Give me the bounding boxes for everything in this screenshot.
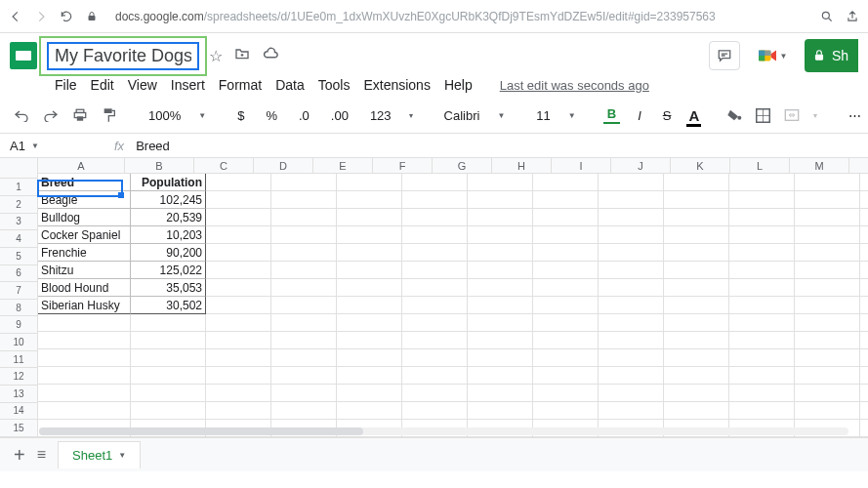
- cell-K2[interactable]: [729, 191, 795, 209]
- cell-F1[interactable]: [402, 174, 468, 191]
- cell-C5[interactable]: [206, 244, 271, 262]
- cell-E14[interactable]: [337, 402, 402, 420]
- cell-I6[interactable]: [599, 262, 664, 279]
- more-tools[interactable]: ⋯: [845, 108, 865, 123]
- cell-F13[interactable]: [402, 385, 468, 402]
- cell-A14[interactable]: [38, 402, 131, 420]
- cell-H1[interactable]: [533, 174, 599, 191]
- cell-E3[interactable]: [337, 209, 402, 226]
- font-select[interactable]: Calibri: [440, 108, 484, 123]
- borders-button[interactable]: [756, 106, 770, 124]
- cell-H8[interactable]: [533, 297, 599, 314]
- cell-F12[interactable]: [402, 367, 468, 385]
- cell-H10[interactable]: [533, 332, 599, 349]
- cell-C14[interactable]: [206, 402, 271, 420]
- cell-K11[interactable]: [729, 349, 795, 367]
- cell-J3[interactable]: [664, 209, 729, 226]
- cell-L4[interactable]: [795, 226, 860, 244]
- cell-B13[interactable]: [131, 385, 206, 402]
- cell-A9[interactable]: [38, 314, 131, 332]
- cell-M12[interactable]: [860, 367, 868, 385]
- cell-L6[interactable]: [795, 262, 860, 279]
- cell-A8[interactable]: Siberian Husky: [38, 297, 131, 314]
- cell-M1[interactable]: [860, 174, 868, 191]
- col-header[interactable]: F: [373, 158, 433, 174]
- cell-E11[interactable]: [337, 349, 402, 367]
- col-header[interactable]: J: [611, 158, 671, 174]
- increase-decimal[interactable]: .00: [327, 108, 352, 123]
- cell-M14[interactable]: [860, 402, 868, 420]
- cell-C7[interactable]: [206, 279, 271, 297]
- horizontal-scrollbar[interactable]: [39, 427, 848, 435]
- cell-B12[interactable]: [131, 367, 206, 385]
- col-header[interactable]: M: [790, 158, 849, 174]
- cell-D7[interactable]: [271, 279, 337, 297]
- cell-K8[interactable]: [729, 297, 795, 314]
- cell-I4[interactable]: [599, 226, 664, 244]
- bold-button[interactable]: B: [603, 106, 620, 124]
- cell-I12[interactable]: [599, 367, 664, 385]
- cell-E1[interactable]: [337, 174, 402, 191]
- cell-G2[interactable]: [468, 191, 533, 209]
- row-header[interactable]: 6: [0, 265, 38, 283]
- cell-E12[interactable]: [337, 367, 402, 385]
- cell-M6[interactable]: [860, 262, 868, 279]
- cell-E7[interactable]: [337, 279, 402, 297]
- cell-B11[interactable]: [131, 349, 206, 367]
- all-sheets-button[interactable]: ≡: [37, 446, 46, 464]
- cell-H3[interactable]: [533, 209, 599, 226]
- cell-A10[interactable]: [38, 332, 131, 349]
- meet-button[interactable]: ▼: [756, 42, 789, 69]
- cell-D3[interactable]: [271, 209, 337, 226]
- cell-H14[interactable]: [533, 402, 599, 420]
- comments-button[interactable]: [709, 41, 740, 70]
- row-header[interactable]: 8: [0, 300, 38, 317]
- menu-tools[interactable]: Tools: [318, 77, 351, 93]
- cell-C6[interactable]: [206, 262, 271, 279]
- last-edit-link[interactable]: Last edit was seconds ago: [500, 78, 649, 93]
- cell-K3[interactable]: [729, 209, 795, 226]
- cell-B3[interactable]: 20,539: [131, 209, 206, 226]
- cell-B2[interactable]: 102,245: [131, 191, 206, 209]
- menu-view[interactable]: View: [128, 77, 157, 93]
- zoom-icon[interactable]: [819, 9, 835, 24]
- cell-H12[interactable]: [533, 367, 599, 385]
- cell-E9[interactable]: [337, 314, 402, 332]
- cell-M13[interactable]: [860, 385, 868, 402]
- row-header[interactable]: 5: [0, 248, 38, 265]
- add-sheet-button[interactable]: +: [14, 444, 25, 467]
- cell-A13[interactable]: [38, 385, 131, 402]
- cell-F8[interactable]: [402, 297, 468, 314]
- cell-L9[interactable]: [795, 314, 860, 332]
- cell-L10[interactable]: [795, 332, 860, 349]
- forward-icon[interactable]: [33, 9, 49, 24]
- cell-F7[interactable]: [402, 279, 468, 297]
- name-box[interactable]: A1▼: [0, 139, 103, 153]
- cell-G9[interactable]: [468, 314, 533, 332]
- paint-format-icon[interactable]: [102, 106, 117, 124]
- row-header[interactable]: 9: [0, 316, 38, 334]
- cell-J7[interactable]: [664, 279, 729, 297]
- cell-A2[interactable]: Beagle: [38, 191, 131, 209]
- italic-button[interactable]: I: [634, 108, 645, 123]
- cell-A7[interactable]: Blood Hound: [38, 279, 131, 297]
- cell-J1[interactable]: [664, 174, 729, 191]
- fill-color-button[interactable]: [726, 106, 742, 124]
- cell-F2[interactable]: [402, 191, 468, 209]
- cell-H9[interactable]: [533, 314, 599, 332]
- cell-B5[interactable]: 90,200: [131, 244, 206, 262]
- cell-A6[interactable]: Shitzu: [38, 262, 131, 279]
- cell-I8[interactable]: [599, 297, 664, 314]
- format-percent[interactable]: %: [262, 108, 281, 123]
- cell-L3[interactable]: [795, 209, 860, 226]
- cell-J8[interactable]: [664, 297, 729, 314]
- cell-K12[interactable]: [729, 367, 795, 385]
- cell-F3[interactable]: [402, 209, 468, 226]
- cell-K7[interactable]: [729, 279, 795, 297]
- menu-help[interactable]: Help: [444, 77, 473, 93]
- cell-C10[interactable]: [206, 332, 271, 349]
- cell-L2[interactable]: [795, 191, 860, 209]
- sheet-tab[interactable]: Sheet1▼: [58, 441, 141, 468]
- cell-H5[interactable]: [533, 244, 599, 262]
- cell-K13[interactable]: [729, 385, 795, 402]
